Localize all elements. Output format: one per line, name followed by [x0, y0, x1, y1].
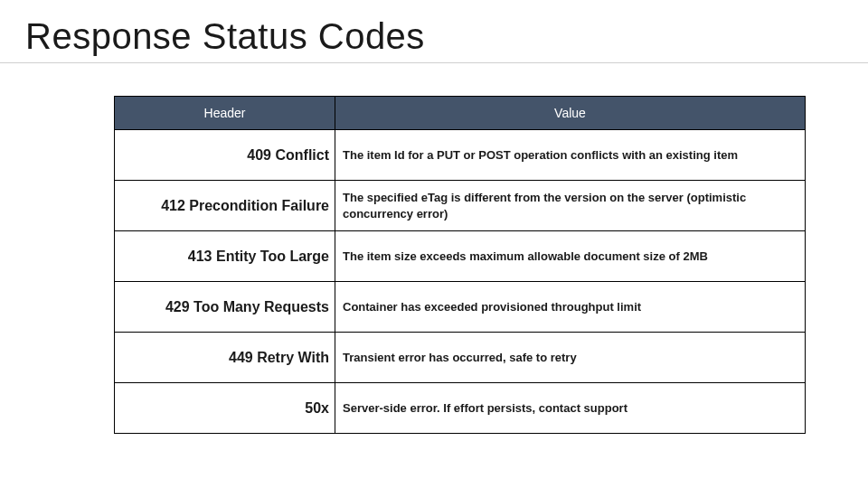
status-code: 412 Precondition Failure — [115, 181, 335, 231]
table-row: 50x Server-side error. If effort persist… — [115, 383, 806, 434]
page-title: Response Status Codes — [25, 16, 843, 57]
status-desc: The item size exceeds maximum allowable … — [335, 231, 806, 282]
status-desc: Container has exceeded provisioned throu… — [335, 282, 806, 333]
status-codes-table: Header Value 409 Conflict The item Id fo… — [114, 96, 806, 434]
status-code: 409 Conflict — [115, 130, 335, 181]
table-row: 429 Too Many Requests Container has exce… — [115, 282, 806, 333]
status-code: 50x — [115, 383, 335, 434]
status-code: 413 Entity Too Large — [115, 231, 335, 282]
table-row: 413 Entity Too Large The item size excee… — [115, 231, 806, 282]
status-code: 429 Too Many Requests — [115, 282, 335, 333]
status-desc: The item Id for a PUT or POST operation … — [335, 130, 806, 181]
col-header-value: Value — [335, 97, 806, 130]
table-row: 449 Retry With Transient error has occur… — [115, 333, 806, 383]
col-header-header: Header — [115, 97, 335, 130]
status-code: 449 Retry With — [115, 333, 335, 383]
status-desc: The specified eTag is different from the… — [335, 181, 806, 231]
table-header-row: Header Value — [115, 97, 806, 130]
status-codes-table-wrap: Header Value 409 Conflict The item Id fo… — [114, 96, 805, 434]
slide: Response Status Codes Header Value 409 C… — [0, 0, 868, 488]
title-underline — [0, 62, 868, 63]
status-desc: Transient error has occurred, safe to re… — [335, 333, 806, 383]
table-row: 412 Precondition Failure The specified e… — [115, 181, 806, 231]
table-row: 409 Conflict The item Id for a PUT or PO… — [115, 130, 806, 181]
status-desc: Server-side error. If effort persists, c… — [335, 383, 806, 434]
